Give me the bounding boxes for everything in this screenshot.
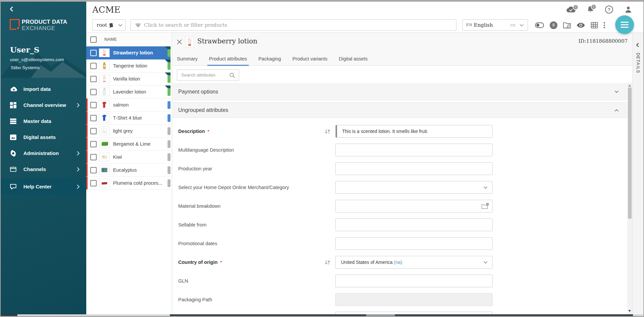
field-input-material-breakdown[interactable]: 0 — [335, 200, 493, 212]
section-ungrouped-attributes[interactable]: Ungrouped attributes — [173, 102, 627, 118]
table-grid-icon[interactable] — [591, 22, 598, 28]
chevron-right-icon — [77, 167, 80, 172]
product-row-vanilla-lotion[interactable]: Vanilla lotion — [86, 72, 171, 86]
product-row-tangerine-lotion[interactable]: Tangerine lotion — [86, 59, 171, 72]
language-selector[interactable]: EN English en — [462, 19, 528, 31]
bell-icon[interactable]: 0 — [587, 6, 594, 13]
help-icon[interactable]: ? — [605, 5, 613, 14]
row-checkbox[interactable] — [90, 154, 97, 160]
completeness-status-bar — [168, 114, 171, 122]
kebab-icon[interactable] — [604, 22, 605, 28]
row-checkbox[interactable] — [90, 115, 97, 121]
select-all-checkbox[interactable] — [90, 36, 97, 43]
cloud-check-icon[interactable]: 0 — [566, 6, 576, 13]
product-row-strawberry-lotion[interactable]: Strawberry lotion — [86, 46, 171, 59]
row-checkbox[interactable] — [90, 63, 97, 69]
name-column-header: NAME — [104, 33, 117, 46]
product-thumbnail — [99, 127, 110, 135]
field-row-description: Description*This is a scented lotion. It… — [173, 125, 632, 138]
vertical-scrollbar[interactable] — [627, 83, 632, 314]
product-id: ID:1181868800007 — [578, 38, 628, 44]
product-row-salmon[interactable]: salmon — [86, 99, 171, 112]
tab-digital-assets[interactable]: Digital assets — [337, 53, 369, 66]
field-row-production-year: Production year — [173, 162, 632, 175]
row-checkbox[interactable] — [90, 180, 97, 186]
scroll-down-arrow[interactable] — [628, 310, 631, 312]
field-row-promotional-dates: Promotional dates — [173, 237, 632, 250]
person-icon[interactable] — [625, 6, 632, 13]
product-row-t-shirt-4-blue[interactable]: T-Shirt 4 blue — [86, 112, 171, 125]
field-row-multilanguage-description: Multilanguage Description — [173, 144, 632, 156]
toggle-icon[interactable] — [535, 22, 544, 28]
sidebar-collapse-icon[interactable] — [8, 5, 14, 13]
scroll-up-arrow[interactable] — [628, 85, 631, 87]
tab-packaging[interactable]: Packaging — [257, 53, 283, 66]
sidebar-item-import-data[interactable]: Import data — [1, 82, 86, 97]
scrollbar-thumb[interactable] — [628, 88, 632, 219]
product-row-eucalyptus[interactable]: Eucalyptus — [86, 164, 171, 177]
product-row-light-grey[interactable]: light grey — [86, 125, 171, 138]
field-label: Material breakdown — [178, 200, 221, 212]
row-checkbox[interactable] — [90, 76, 97, 82]
page-title: ACME — [92, 5, 120, 15]
field-value-note: (na) — [393, 260, 402, 265]
chevron-left-icon[interactable] — [636, 43, 639, 47]
section-payment-options[interactable]: Payment options — [173, 84, 627, 100]
row-checkbox[interactable] — [90, 167, 97, 173]
sidebar: PRODUCT DATA EXCHANGE User_S user_s@stib… — [1, 2, 86, 314]
sidebar-item-help-center[interactable]: Help Center — [1, 179, 86, 195]
eye-icon[interactable] — [576, 22, 585, 28]
product-thumbnail — [99, 101, 110, 109]
folder-sync-icon[interactable] — [563, 22, 571, 28]
partial-input[interactable] — [335, 312, 493, 314]
field-input-select-your-home-depot-online-merchant-category[interactable] — [335, 181, 493, 194]
sidebar-item-digital-assets[interactable]: Digital assets — [1, 130, 86, 145]
folder-count-icon[interactable]: 0 — [481, 203, 489, 209]
tab-product-variants[interactable]: Product variants — [291, 53, 329, 66]
field-row-packaging-path: Packaging Path — [173, 293, 632, 306]
completeness-status-bar — [168, 88, 171, 96]
product-row-bergamot-lime[interactable]: Bergamot & Lime — [86, 138, 171, 151]
chevron-down-icon[interactable] — [484, 186, 488, 189]
sidebar-item-administration[interactable]: Administration — [1, 146, 86, 161]
field-input-multilanguage-description[interactable] — [335, 144, 493, 156]
counter-badge[interactable]: 8 — [550, 21, 557, 29]
details-tab-label[interactable]: DETAILS — [636, 53, 640, 73]
completeness-status-bar — [168, 49, 171, 57]
sidebar-item-channel-overview[interactable]: Channel overview — [1, 98, 86, 113]
field-input-promotional-dates[interactable] — [335, 237, 493, 250]
product-search-input[interactable]: Click to search or filter products — [130, 19, 456, 31]
product-row-plumeria-cold-proces[interactable]: Plumeria cold proces... — [86, 177, 171, 190]
chevron-down-icon[interactable] — [484, 261, 488, 264]
context-selector[interactable]: root — [92, 19, 126, 31]
row-checkbox[interactable] — [90, 141, 97, 147]
field-input-sellable-from[interactable] — [335, 218, 493, 231]
inheritance-sync-icon — [325, 128, 330, 135]
row-checkbox[interactable] — [90, 50, 97, 56]
product-row-lavender-lotion[interactable]: Lavender lotion — [86, 86, 171, 99]
row-checkbox[interactable] — [90, 102, 97, 108]
menu-fab-button[interactable] — [615, 15, 634, 34]
user-organization: Stibo Systems — [11, 65, 39, 70]
tab-product-attributes[interactable]: Product attributes — [208, 53, 248, 66]
sidebar-item-master-data[interactable]: Master data — [1, 114, 86, 129]
row-checkbox[interactable] — [90, 89, 97, 95]
app-window: PRODUCT DATA EXCHANGE User_S user_s@stib… — [0, 0, 644, 317]
field-input-production-year[interactable] — [335, 162, 493, 175]
field-input-country-of-origin[interactable]: United States of America (na) — [335, 256, 493, 269]
completeness-status-bar — [168, 127, 171, 135]
product-row-kiwi[interactable]: Kiwi — [86, 151, 171, 164]
sidebar-item-label: Import data — [23, 82, 51, 97]
tab-summary[interactable]: Summary — [176, 53, 199, 66]
product-thumbnail — [99, 48, 110, 57]
row-checkbox[interactable] — [90, 128, 97, 134]
attribute-search-input[interactable]: Search attributes — [177, 69, 239, 81]
field-input-description[interactable]: This is a scented lotion. It smells like… — [335, 125, 493, 138]
field-input-gln[interactable] — [335, 275, 493, 287]
sidebar-item-channels[interactable]: Channels — [1, 162, 86, 177]
inheritance-sync-icon — [325, 259, 330, 266]
product-thumbnail — [99, 88, 110, 96]
close-icon[interactable] — [177, 39, 182, 44]
user-name: User_S — [10, 45, 39, 54]
filter-icon — [135, 23, 141, 27]
